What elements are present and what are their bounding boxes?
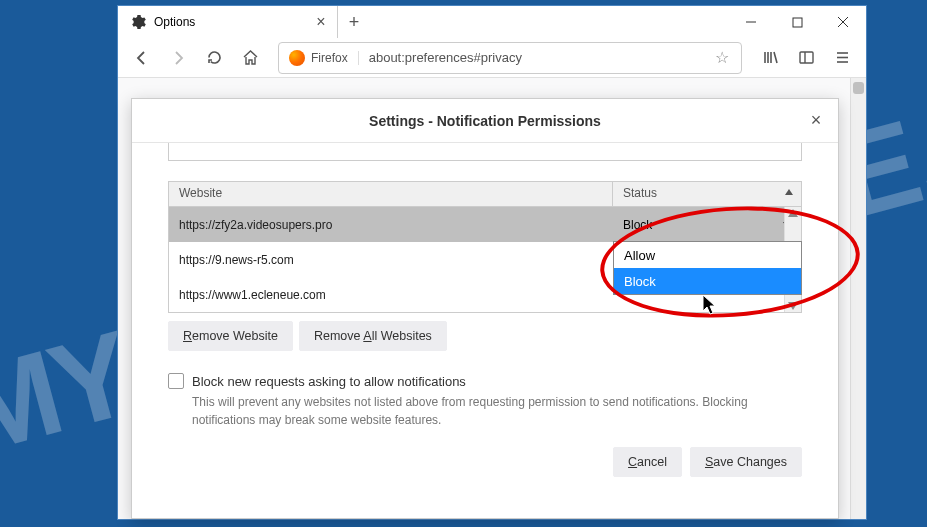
remove-all-websites-button[interactable]: Remove All Websites	[299, 321, 447, 351]
back-button[interactable]	[126, 42, 158, 74]
block-new-requests-row: Block new requests asking to allow notif…	[168, 373, 802, 389]
address-bar[interactable]: Firefox about:preferences#privacy ☆	[278, 42, 742, 74]
status-dropdown: Allow Block	[613, 241, 802, 295]
dialog-footer: Cancel Save Changes	[168, 447, 802, 477]
column-status-label: Status	[623, 186, 657, 200]
close-window-button[interactable]	[820, 6, 866, 38]
bookmark-star-icon[interactable]: ☆	[707, 48, 737, 67]
dialog-body: Search Website Website Status https://zf…	[132, 143, 838, 518]
navigation-toolbar: Firefox about:preferences#privacy ☆	[118, 38, 866, 78]
save-changes-button[interactable]: Save Changes	[690, 447, 802, 477]
column-website[interactable]: Website	[169, 182, 613, 206]
tab-title: Options	[154, 15, 305, 29]
forward-button[interactable]	[162, 42, 194, 74]
sidebar-button[interactable]	[790, 42, 822, 74]
dialog-header: Settings - Notification Permissions ×	[132, 99, 838, 143]
permissions-table: Website Status https://zfy2a.videosupers…	[168, 181, 802, 313]
window-controls	[728, 6, 866, 38]
close-icon[interactable]: ×	[313, 14, 329, 30]
svg-rect-4	[800, 52, 813, 63]
reload-button[interactable]	[198, 42, 230, 74]
firefox-icon	[283, 50, 311, 66]
scroll-down-icon[interactable]	[788, 302, 798, 310]
column-status[interactable]: Status	[613, 182, 801, 206]
svg-rect-1	[793, 18, 802, 27]
cell-website: https://www1.ecleneue.com	[169, 288, 613, 302]
block-new-description: This will prevent any websites not liste…	[192, 393, 792, 429]
menu-button[interactable]	[826, 42, 858, 74]
tab-options[interactable]: Options ×	[118, 6, 338, 38]
status-select[interactable]: Block	[613, 218, 801, 232]
gear-icon	[130, 14, 146, 30]
table-row[interactable]: https://zfy2a.videosupers.pro Block Allo…	[169, 207, 801, 242]
identity-label: Firefox	[311, 51, 359, 65]
cancel-button[interactable]: Cancel	[613, 447, 682, 477]
notification-permissions-dialog: Settings - Notification Permissions × Se…	[131, 98, 839, 519]
scroll-up-icon[interactable]	[788, 209, 798, 217]
cell-website: https://zfy2a.videosupers.pro	[169, 218, 613, 232]
browser-window: Options × + Firefox about:preferences#pr…	[117, 5, 867, 520]
search-website-input[interactable]: Search Website	[168, 143, 802, 161]
dialog-title: Settings - Notification Permissions	[369, 113, 601, 129]
home-button[interactable]	[234, 42, 266, 74]
sort-arrow-icon	[785, 189, 793, 195]
remove-buttons: Remove Website Remove All Websites	[168, 321, 802, 351]
maximize-button[interactable]	[774, 6, 820, 38]
dropdown-option-allow[interactable]: Allow	[614, 242, 801, 268]
status-value: Block	[623, 218, 652, 232]
library-button[interactable]	[754, 42, 786, 74]
remove-website-button[interactable]: Remove Website	[168, 321, 293, 351]
titlebar: Options × +	[118, 6, 866, 38]
url-text: about:preferences#privacy	[359, 50, 707, 65]
block-new-checkbox[interactable]	[168, 373, 184, 389]
block-new-label: Block new requests asking to allow notif…	[192, 374, 466, 389]
page-scrollbar[interactable]	[850, 78, 866, 519]
table-rows: https://zfy2a.videosupers.pro Block Allo…	[168, 207, 802, 313]
page-content: Settings - Notification Permissions × Se…	[118, 78, 866, 519]
dropdown-option-block[interactable]: Block	[614, 268, 801, 294]
cell-website: https://9.news-r5.com	[169, 253, 613, 267]
table-header: Website Status	[168, 181, 802, 207]
minimize-button[interactable]	[728, 6, 774, 38]
dialog-close-button[interactable]: ×	[802, 107, 830, 135]
new-tab-button[interactable]: +	[338, 6, 370, 38]
